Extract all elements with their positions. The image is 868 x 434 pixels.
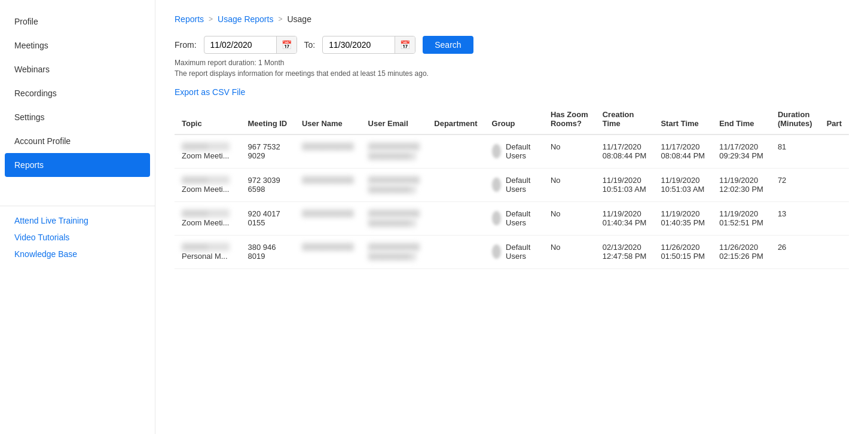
sidebar-item-profile[interactable]: Profile: [0, 10, 155, 33]
cell-department: [427, 202, 484, 236]
sidebar-nav: Profile Meetings Webinars Recordings Set…: [0, 10, 155, 177]
usage-table: Topic Meeting ID User Name User Email De…: [175, 104, 849, 269]
cell-duration: 26: [771, 236, 820, 269]
col-meeting-id: Meeting ID: [241, 104, 295, 135]
from-date-wrap: 📅: [204, 36, 297, 54]
sidebar-item-settings[interactable]: Settings: [0, 105, 155, 129]
cell-meeting-id: 967 7532 9029: [241, 135, 295, 169]
main-content: Reports > Usage Reports > Usage From: 📅 …: [155, 0, 868, 434]
cell-duration: 81: [771, 135, 820, 169]
cell-part: [820, 135, 849, 169]
cell-group: Default Users: [485, 135, 543, 169]
cell-part: [820, 236, 849, 269]
cell-start-time: 11/17/202008:08:44 PM: [653, 135, 712, 169]
cell-creation-time: 02/13/202012:47:58 PM: [595, 236, 654, 269]
col-user-name: User Name: [295, 104, 361, 135]
cell-end-time: 11/26/202002:15:26 PM: [712, 236, 771, 269]
cell-duration: 13: [771, 202, 820, 236]
col-part: Part: [820, 104, 849, 135]
breadcrumb-reports[interactable]: Reports: [175, 14, 204, 24]
cell-group: Default Users: [485, 236, 543, 269]
cell-department: [427, 135, 484, 169]
table-row: XXXXX Zoom Meeti...967 7532 9029XXXXXXXX…: [175, 135, 849, 169]
breadcrumb: Reports > Usage Reports > Usage: [175, 14, 849, 24]
cell-user-name: XXXXXXXXXX: [295, 236, 361, 269]
cell-topic: XXXXX Zoom Meeti...: [175, 135, 241, 169]
cell-group: Default Users: [485, 202, 543, 236]
breadcrumb-sep-1: >: [209, 15, 213, 23]
col-user-email: User Email: [361, 104, 427, 135]
breadcrumb-sep-2: >: [278, 15, 282, 23]
sidebar-links: Attend Live Training Video Tutorials Kno…: [0, 206, 155, 259]
sidebar-item-account-profile[interactable]: Account Profile: [0, 129, 155, 153]
cell-start-time: 11/26/202001:50:15 PM: [653, 236, 712, 269]
cell-creation-time: 11/19/202010:51:03 AM: [595, 169, 654, 202]
cell-user-name: XXXXXXXXXX: [295, 202, 361, 236]
col-duration: Duration(Minutes): [771, 104, 820, 135]
cell-meeting-id: 920 4017 0155: [241, 202, 295, 236]
cell-topic: XXXXX Zoom Meeti...: [175, 202, 241, 236]
breadcrumb-usage: Usage: [287, 14, 311, 24]
table-header-row: Topic Meeting ID User Name User Email De…: [175, 104, 849, 135]
search-button[interactable]: Search: [423, 36, 473, 54]
col-start-time: Start Time: [653, 104, 712, 135]
cell-has-zoom-rooms: No: [543, 202, 595, 236]
cell-department: [427, 236, 484, 269]
cell-start-time: 11/19/202010:51:03 AM: [653, 169, 712, 202]
cell-topic: XXXXX Zoom Meeti...: [175, 169, 241, 202]
data-table-container: Topic Meeting ID User Name User Email De…: [175, 104, 849, 269]
cell-meeting-id: 380 946 8019: [241, 236, 295, 269]
cell-has-zoom-rooms: No: [543, 236, 595, 269]
cell-group: Default Users: [485, 169, 543, 202]
sidebar-item-meetings[interactable]: Meetings: [0, 33, 155, 57]
knowledge-base-link[interactable]: Knowledge Base: [14, 249, 140, 259]
to-date-wrap: 📅: [322, 36, 415, 54]
cell-end-time: 11/17/202009:29:34 PM: [712, 135, 771, 169]
table-row: XXXXX Personal M...380 946 8019XXXXXXXXX…: [175, 236, 849, 269]
cell-creation-time: 11/17/202008:08:44 PM: [595, 135, 654, 169]
cell-duration: 72: [771, 169, 820, 202]
filter-note-2: The report displays information for meet…: [175, 69, 849, 78]
sidebar-item-webinars[interactable]: Webinars: [0, 57, 155, 81]
export-csv-link[interactable]: Export as CSV File: [175, 87, 245, 97]
attend-live-training-link[interactable]: Attend Live Training: [14, 216, 140, 225]
sidebar-item-recordings[interactable]: Recordings: [0, 81, 155, 105]
cell-part: [820, 202, 849, 236]
table-row: XXXXX Zoom Meeti...972 3039 6598XXXXXXXX…: [175, 169, 849, 202]
cell-meeting-id: 972 3039 6598: [241, 169, 295, 202]
cell-has-zoom-rooms: No: [543, 169, 595, 202]
cell-user-name: XXXXXXXXXX: [295, 169, 361, 202]
col-has-zoom-rooms: Has ZoomRooms?: [543, 104, 595, 135]
from-calendar-icon[interactable]: 📅: [276, 36, 297, 53]
from-date-input[interactable]: [204, 36, 276, 53]
to-date-input[interactable]: [323, 36, 395, 53]
from-label: From:: [175, 40, 197, 50]
cell-user-name: XXXXXXXXXX: [295, 135, 361, 169]
cell-start-time: 11/19/202001:40:35 PM: [653, 202, 712, 236]
table-row: XXXXX Zoom Meeti...920 4017 0155XXXXXXXX…: [175, 202, 849, 236]
cell-creation-time: 11/19/202001:40:34 PM: [595, 202, 654, 236]
col-department: Department: [427, 104, 484, 135]
breadcrumb-usage-reports[interactable]: Usage Reports: [218, 14, 273, 24]
col-group: Group: [485, 104, 543, 135]
to-calendar-icon[interactable]: 📅: [395, 36, 415, 53]
cell-user-email: XXXXXXXXXXXXXXXXXX: [361, 169, 427, 202]
video-tutorials-link[interactable]: Video Tutorials: [14, 233, 140, 242]
cell-has-zoom-rooms: No: [543, 135, 595, 169]
filter-bar: From: 📅 To: 📅 Search: [175, 36, 849, 54]
cell-end-time: 11/19/202012:02:30 PM: [712, 169, 771, 202]
col-creation-time: CreationTime: [595, 104, 654, 135]
cell-topic: XXXXX Personal M...: [175, 236, 241, 269]
cell-user-email: XXXXXXXXXXXXXXXXXX: [361, 135, 427, 169]
to-label: To:: [304, 40, 316, 50]
cell-end-time: 11/19/202001:52:51 PM: [712, 202, 771, 236]
col-end-time: End Time: [712, 104, 771, 135]
cell-department: [427, 169, 484, 202]
cell-part: [820, 169, 849, 202]
cell-user-email: XXXXXXXXXXXXXXXXXX: [361, 236, 427, 269]
sidebar: Profile Meetings Webinars Recordings Set…: [0, 0, 155, 434]
cell-user-email: XXXXXXXXXXXXXXXXXX: [361, 202, 427, 236]
sidebar-item-reports[interactable]: Reports: [5, 153, 150, 177]
filter-note-1: Maximum report duration: 1 Month: [175, 59, 849, 67]
col-topic: Topic: [175, 104, 241, 135]
